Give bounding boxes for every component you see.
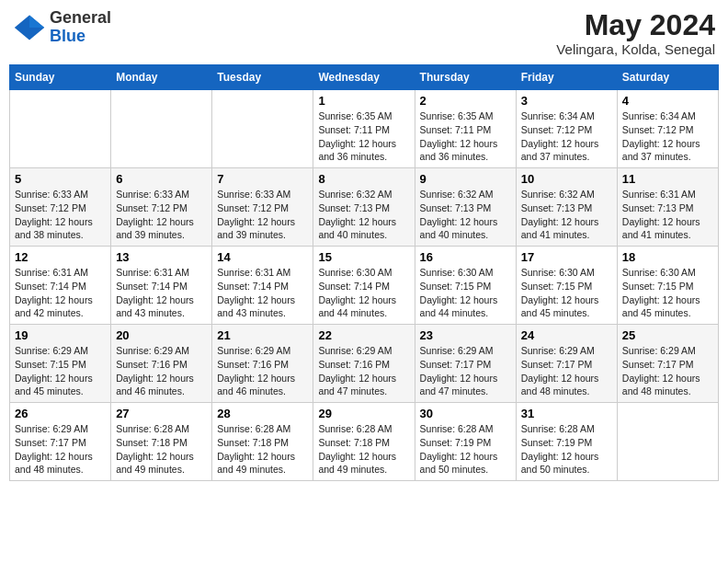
day-number: 20 <box>116 328 207 342</box>
header-friday: Friday <box>516 65 617 90</box>
table-row: 5Sunrise: 6:33 AM Sunset: 7:12 PM Daylig… <box>10 168 111 247</box>
calendar-week-row: 12Sunrise: 6:31 AM Sunset: 7:14 PM Dayli… <box>10 247 719 325</box>
table-row: 22Sunrise: 6:29 AM Sunset: 7:16 PM Dayli… <box>313 325 415 403</box>
month-year-title: May 2024 <box>556 9 715 41</box>
day-info: Sunrise: 6:31 AM Sunset: 7:13 PM Dayligh… <box>622 188 713 242</box>
table-row: 29Sunrise: 6:28 AM Sunset: 7:18 PM Dayli… <box>313 403 415 481</box>
day-info: Sunrise: 6:28 AM Sunset: 7:18 PM Dayligh… <box>116 422 207 477</box>
calendar-week-row: 26Sunrise: 6:29 AM Sunset: 7:17 PM Dayli… <box>10 403 719 481</box>
day-info: Sunrise: 6:29 AM Sunset: 7:17 PM Dayligh… <box>420 344 511 398</box>
table-row: 7Sunrise: 6:33 AM Sunset: 7:12 PM Daylig… <box>212 168 313 247</box>
weekday-header-row: Sunday Monday Tuesday Wednesday Thursday… <box>10 65 719 90</box>
day-number: 8 <box>318 172 409 186</box>
calendar-week-row: 1Sunrise: 6:35 AM Sunset: 7:11 PM Daylig… <box>10 90 719 168</box>
table-row: 8Sunrise: 6:32 AM Sunset: 7:13 PM Daylig… <box>313 168 415 247</box>
table-row <box>212 90 313 168</box>
day-number: 15 <box>318 250 409 264</box>
table-row: 30Sunrise: 6:28 AM Sunset: 7:19 PM Dayli… <box>415 403 516 481</box>
day-number: 11 <box>622 172 713 186</box>
day-info: Sunrise: 6:28 AM Sunset: 7:18 PM Dayligh… <box>318 422 409 477</box>
table-row: 6Sunrise: 6:33 AM Sunset: 7:12 PM Daylig… <box>111 168 212 247</box>
table-row <box>617 403 718 481</box>
day-info: Sunrise: 6:29 AM Sunset: 7:16 PM Dayligh… <box>116 344 207 398</box>
calendar-week-row: 19Sunrise: 6:29 AM Sunset: 7:15 PM Dayli… <box>10 325 719 403</box>
day-number: 2 <box>420 94 511 108</box>
day-number: 3 <box>521 94 612 108</box>
day-number: 1 <box>318 94 409 108</box>
day-number: 21 <box>217 328 308 342</box>
table-row: 24Sunrise: 6:29 AM Sunset: 7:17 PM Dayli… <box>516 325 617 403</box>
day-number: 30 <box>420 407 511 420</box>
table-row <box>10 90 111 168</box>
table-row: 4Sunrise: 6:34 AM Sunset: 7:12 PM Daylig… <box>617 90 718 168</box>
table-row: 19Sunrise: 6:29 AM Sunset: 7:15 PM Dayli… <box>10 325 111 403</box>
day-info: Sunrise: 6:35 AM Sunset: 7:11 PM Dayligh… <box>318 109 409 164</box>
day-info: Sunrise: 6:31 AM Sunset: 7:14 PM Dayligh… <box>116 266 207 320</box>
header-sunday: Sunday <box>10 65 111 90</box>
title-block: May 2024 Velingara, Kolda, Senegal <box>556 9 715 57</box>
table-row: 21Sunrise: 6:29 AM Sunset: 7:16 PM Dayli… <box>212 325 313 403</box>
table-row: 27Sunrise: 6:28 AM Sunset: 7:18 PM Dayli… <box>111 403 212 481</box>
day-info: Sunrise: 6:29 AM Sunset: 7:17 PM Dayligh… <box>622 344 713 398</box>
day-info: Sunrise: 6:31 AM Sunset: 7:14 PM Dayligh… <box>15 266 106 320</box>
day-info: Sunrise: 6:34 AM Sunset: 7:12 PM Dayligh… <box>521 109 612 164</box>
table-row: 23Sunrise: 6:29 AM Sunset: 7:17 PM Dayli… <box>415 325 516 403</box>
calendar-week-row: 5Sunrise: 6:33 AM Sunset: 7:12 PM Daylig… <box>10 168 719 247</box>
day-info: Sunrise: 6:30 AM Sunset: 7:15 PM Dayligh… <box>622 266 713 320</box>
day-number: 4 <box>622 94 713 108</box>
day-number: 14 <box>217 250 308 264</box>
day-info: Sunrise: 6:32 AM Sunset: 7:13 PM Dayligh… <box>521 188 612 242</box>
table-row: 9Sunrise: 6:32 AM Sunset: 7:13 PM Daylig… <box>415 168 516 247</box>
day-info: Sunrise: 6:28 AM Sunset: 7:19 PM Dayligh… <box>420 422 511 477</box>
day-number: 16 <box>420 250 511 264</box>
day-number: 17 <box>521 250 612 264</box>
day-info: Sunrise: 6:31 AM Sunset: 7:14 PM Dayligh… <box>217 266 308 320</box>
table-row: 31Sunrise: 6:28 AM Sunset: 7:19 PM Dayli… <box>516 403 617 481</box>
day-number: 6 <box>116 172 207 186</box>
day-info: Sunrise: 6:34 AM Sunset: 7:12 PM Dayligh… <box>622 109 713 164</box>
table-row: 11Sunrise: 6:31 AM Sunset: 7:13 PM Dayli… <box>617 168 718 247</box>
day-number: 22 <box>318 328 409 342</box>
day-number: 18 <box>622 250 713 264</box>
table-row: 26Sunrise: 6:29 AM Sunset: 7:17 PM Dayli… <box>10 403 111 481</box>
table-row: 17Sunrise: 6:30 AM Sunset: 7:15 PM Dayli… <box>516 247 617 325</box>
day-info: Sunrise: 6:35 AM Sunset: 7:11 PM Dayligh… <box>420 109 511 164</box>
table-row: 14Sunrise: 6:31 AM Sunset: 7:14 PM Dayli… <box>212 247 313 325</box>
header-wednesday: Wednesday <box>313 65 415 90</box>
table-row: 15Sunrise: 6:30 AM Sunset: 7:14 PM Dayli… <box>313 247 415 325</box>
header-tuesday: Tuesday <box>212 65 313 90</box>
table-row: 2Sunrise: 6:35 AM Sunset: 7:11 PM Daylig… <box>415 90 516 168</box>
location-text: Velingara, Kolda, Senegal <box>556 41 715 57</box>
day-number: 25 <box>622 328 713 342</box>
svg-marker-1 <box>29 15 44 28</box>
table-row: 28Sunrise: 6:28 AM Sunset: 7:18 PM Dayli… <box>212 403 313 481</box>
day-info: Sunrise: 6:33 AM Sunset: 7:12 PM Dayligh… <box>15 188 106 242</box>
day-info: Sunrise: 6:30 AM Sunset: 7:15 PM Dayligh… <box>420 266 511 320</box>
day-info: Sunrise: 6:30 AM Sunset: 7:14 PM Dayligh… <box>318 266 409 320</box>
calendar-table: Sunday Monday Tuesday Wednesday Thursday… <box>9 64 719 481</box>
table-row: 3Sunrise: 6:34 AM Sunset: 7:12 PM Daylig… <box>516 90 617 168</box>
table-row: 25Sunrise: 6:29 AM Sunset: 7:17 PM Dayli… <box>617 325 718 403</box>
day-number: 31 <box>521 407 612 420</box>
day-info: Sunrise: 6:29 AM Sunset: 7:17 PM Dayligh… <box>521 344 612 398</box>
day-number: 28 <box>217 407 308 420</box>
day-info: Sunrise: 6:29 AM Sunset: 7:17 PM Dayligh… <box>15 422 106 477</box>
day-info: Sunrise: 6:33 AM Sunset: 7:12 PM Dayligh… <box>217 188 308 242</box>
day-number: 26 <box>15 407 106 420</box>
calendar-header: Sunday Monday Tuesday Wednesday Thursday… <box>10 65 719 90</box>
table-row <box>111 90 212 168</box>
day-number: 29 <box>318 407 409 420</box>
page-header: General Blue May 2024 Velingara, Kolda, … <box>9 9 719 57</box>
day-info: Sunrise: 6:29 AM Sunset: 7:15 PM Dayligh… <box>15 344 106 398</box>
table-row: 12Sunrise: 6:31 AM Sunset: 7:14 PM Dayli… <box>10 247 111 325</box>
table-row: 1Sunrise: 6:35 AM Sunset: 7:11 PM Daylig… <box>313 90 415 168</box>
day-number: 10 <box>521 172 612 186</box>
header-monday: Monday <box>111 65 212 90</box>
table-row: 10Sunrise: 6:32 AM Sunset: 7:13 PM Dayli… <box>516 168 617 247</box>
logo-general-text: General <box>50 9 111 28</box>
table-row: 20Sunrise: 6:29 AM Sunset: 7:16 PM Dayli… <box>111 325 212 403</box>
calendar-body: 1Sunrise: 6:35 AM Sunset: 7:11 PM Daylig… <box>10 90 719 481</box>
day-number: 12 <box>15 250 106 264</box>
day-number: 5 <box>15 172 106 186</box>
day-info: Sunrise: 6:30 AM Sunset: 7:15 PM Dayligh… <box>521 266 612 320</box>
